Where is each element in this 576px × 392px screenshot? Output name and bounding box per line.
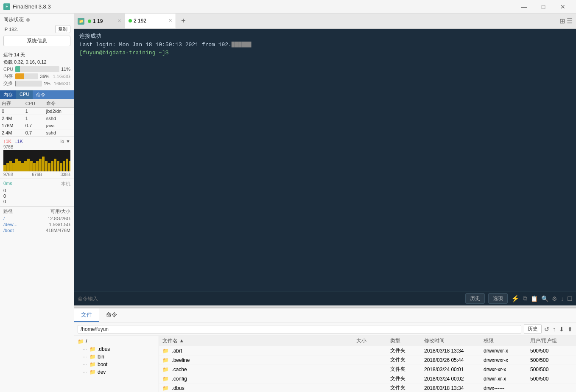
bottom-tab-files[interactable]: 文件 bbox=[74, 308, 99, 322]
file-browser: 📁 / ··· 📁 .dbus ··· 📁 bin ··· bbox=[74, 336, 576, 392]
net-bar-item bbox=[18, 161, 21, 171]
tab-2[interactable]: 2 192 ✕ bbox=[125, 14, 176, 28]
file-user: 500/500 bbox=[530, 367, 573, 372]
tab-bar: 📁 1 19 ✕ 2 192 ✕ + ⊞ ☰ bbox=[74, 14, 576, 29]
window-controls: — □ ✕ bbox=[514, 0, 573, 14]
tab-1[interactable]: 📁 1 19 ✕ bbox=[74, 14, 125, 28]
col-date[interactable]: 修改时间 bbox=[424, 337, 484, 344]
options-button[interactable]: 选项 bbox=[488, 293, 508, 304]
swap-bar-wrap bbox=[15, 81, 42, 87]
proc-col-cpu: CPU bbox=[24, 99, 45, 108]
file-row[interactable]: 📁 .cache 文件夹 2018/03/24 00:01 drwxr-xr-x… bbox=[159, 365, 576, 374]
tree-item-dbus[interactable]: ··· 📁 .dbus bbox=[74, 345, 159, 353]
file-perms: drwxrwxr-x bbox=[484, 357, 530, 363]
net-bar-item bbox=[60, 163, 62, 171]
proc-cpu: 0.7 bbox=[24, 122, 45, 129]
col-perm[interactable]: 权限 bbox=[484, 337, 530, 344]
ping-section: 0ms 本机 0 0 0 bbox=[0, 179, 74, 206]
terminal-line-2: Last login: Mon Jan 18 10:50:13 2021 fro… bbox=[79, 41, 571, 49]
process-row: 01jbd2/dn bbox=[0, 108, 74, 115]
tree-indent-dots: ··· bbox=[83, 346, 87, 352]
file-row[interactable]: 📁 .abrt 文件夹 2018/03/18 13:34 drwxrwxr-x … bbox=[159, 346, 576, 356]
tab-2-close[interactable]: ✕ bbox=[168, 18, 172, 23]
cmd-bar: 历史 选项 ⚡ ⧉ 📋 🔍 ⚙ ↓ ☐ bbox=[74, 291, 576, 305]
search-icon[interactable]: 🔍 bbox=[541, 295, 548, 302]
tree-item-dev[interactable]: ··· 📁 dev bbox=[74, 368, 159, 376]
title-bar-left: F FinalShell 3.8.3 bbox=[3, 3, 51, 10]
file-type: 文件夹 bbox=[390, 347, 424, 354]
file-row[interactable]: 📁 .config 文件夹 2018/03/24 00:02 drwxr-xr-… bbox=[159, 374, 576, 384]
tab-1-dot bbox=[88, 20, 91, 23]
close-button[interactable]: ✕ bbox=[553, 0, 573, 14]
address-input[interactable] bbox=[78, 325, 521, 333]
process-tab-mem[interactable]: 内存 bbox=[0, 90, 16, 99]
disk-row: /boot418M/476M bbox=[3, 228, 70, 233]
history-button[interactable]: 历史 bbox=[465, 293, 485, 304]
ping-values: 0 0 0 bbox=[3, 188, 70, 204]
col-size[interactable]: 大小 bbox=[356, 337, 390, 344]
mem-stat-row: 内存 36% 1.1G/3G bbox=[3, 73, 70, 79]
clipboard-icon[interactable]: 📋 bbox=[531, 295, 538, 302]
process-tab-cmd[interactable]: 命令 bbox=[33, 90, 49, 99]
mem-extra: 1.1G/3G bbox=[53, 74, 70, 79]
download-icon[interactable]: ↓ bbox=[561, 295, 564, 302]
net-bar-item bbox=[42, 157, 45, 171]
app-icon: F bbox=[3, 3, 10, 10]
terminal[interactable]: 连接成功 Last login: Mon Jan 18 10:50:13 202… bbox=[74, 29, 576, 291]
cpu-stat-row: CPU 11% bbox=[3, 66, 70, 72]
ip-row: IP 192. 复制 bbox=[3, 25, 70, 33]
cpu-bar bbox=[15, 66, 20, 72]
net-dropdown-icon[interactable]: ▼ bbox=[66, 139, 70, 144]
sys-info-button[interactable]: 系统信息 bbox=[3, 36, 70, 46]
maximize-button[interactable]: □ bbox=[534, 0, 553, 14]
up-dir-icon[interactable]: ↑ bbox=[553, 326, 556, 333]
sync-status-row: 同步状态 bbox=[3, 16, 70, 23]
download-file-icon[interactable]: ⬇ bbox=[559, 326, 564, 333]
lightning-icon[interactable]: ⚡ bbox=[511, 294, 520, 302]
copy-screen-icon[interactable]: ⧉ bbox=[523, 295, 527, 302]
mem-value: 36% bbox=[40, 74, 49, 79]
tree-item-root[interactable]: 📁 / bbox=[74, 338, 159, 345]
refresh-icon[interactable]: ↺ bbox=[544, 326, 549, 333]
minimize-button[interactable]: — bbox=[514, 0, 534, 14]
net-bar-item bbox=[30, 161, 33, 171]
col-user[interactable]: 用户/用户组 bbox=[530, 337, 573, 344]
net-bar-item bbox=[21, 163, 24, 171]
ip-label: IP 192. bbox=[3, 27, 18, 32]
tree-item-dbus-label: .dbus bbox=[98, 346, 110, 352]
tab-list-view-button[interactable]: ☰ bbox=[567, 17, 573, 25]
net-bar-item bbox=[9, 161, 12, 171]
net-bar-item bbox=[48, 163, 50, 171]
file-row[interactable]: 📁 .dbus 文件夹 2018/03/18 13:34 drwx------ bbox=[159, 384, 576, 392]
net-chart-label-top: 976B bbox=[3, 145, 13, 149]
net-bar-item bbox=[69, 161, 70, 171]
file-perms: drwx------ bbox=[484, 385, 530, 391]
col-type[interactable]: 类型 bbox=[390, 337, 424, 344]
add-tab-button[interactable]: + bbox=[176, 17, 191, 25]
net-up-label: ↑1K bbox=[3, 139, 11, 144]
file-manager-panel: 文件 命令 历史 ↺ ↑ ⬇ ⬆ 📁 bbox=[74, 307, 576, 392]
tab-grid-view-button[interactable]: ⊞ bbox=[559, 17, 565, 25]
disk-path: / bbox=[3, 216, 5, 221]
cpu-value: 11% bbox=[61, 67, 70, 72]
process-tab-cpu[interactable]: CPU bbox=[16, 90, 33, 99]
tree-item-bin[interactable]: ··· 📁 bin bbox=[74, 353, 159, 361]
copy-button[interactable]: 复制 bbox=[55, 25, 70, 33]
net-down-label: ↓1K bbox=[15, 139, 23, 144]
app-title: FinalShell 3.8.3 bbox=[13, 3, 51, 10]
file-user: 500/500 bbox=[530, 348, 573, 354]
col-name[interactable]: 文件名 ▲ bbox=[162, 337, 356, 344]
history-addr-button[interactable]: 历史 bbox=[524, 324, 542, 334]
bottom-tab-commands[interactable]: 命令 bbox=[99, 308, 124, 322]
file-name: 📁 .dbus bbox=[162, 385, 356, 391]
net-bar-item bbox=[6, 163, 9, 171]
file-row[interactable]: 📁 .beeline 文件夹 2018/03/26 05:44 drwxrwxr… bbox=[159, 356, 576, 365]
upload-file-icon[interactable]: ⬆ bbox=[568, 326, 573, 333]
tab-1-close[interactable]: ✕ bbox=[117, 18, 121, 24]
window-icon[interactable]: ☐ bbox=[567, 295, 573, 302]
terminal-line-1: 连接成功 bbox=[79, 32, 571, 41]
cmd-input[interactable] bbox=[78, 296, 462, 302]
net-bar-item bbox=[12, 163, 15, 171]
settings-icon[interactable]: ⚙ bbox=[552, 295, 557, 302]
tree-item-boot[interactable]: ··· 📁 boot bbox=[74, 361, 159, 368]
